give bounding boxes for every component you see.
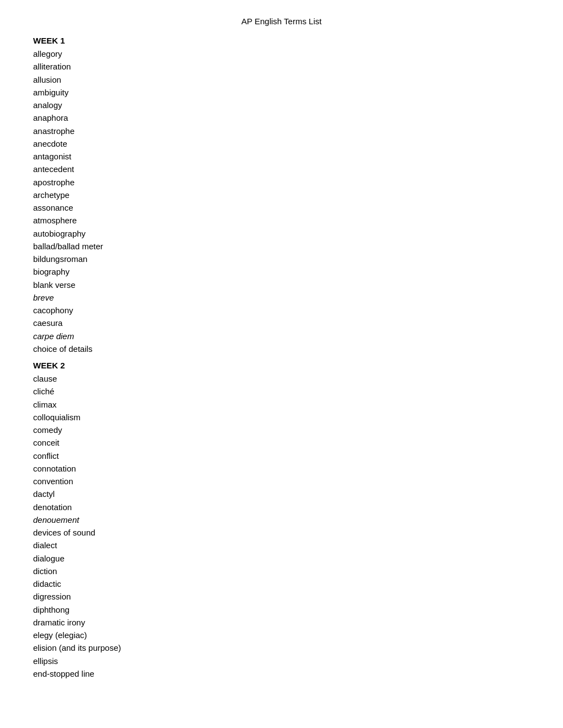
list-item: colloquialism xyxy=(33,411,530,424)
list-item: biography xyxy=(33,265,530,278)
list-item: elegy (elegiac) xyxy=(33,629,530,641)
list-item: allegory xyxy=(33,47,530,60)
list-item: choice of details xyxy=(33,342,530,355)
list-item: breve xyxy=(33,291,530,304)
list-item: antecedent xyxy=(33,163,530,175)
list-item: apostrophe xyxy=(33,176,530,189)
list-item: climax xyxy=(33,398,530,411)
list-item: caesura xyxy=(33,317,530,329)
list-item: blank verse xyxy=(33,279,530,291)
list-item: analogy xyxy=(33,99,530,111)
list-item: dramatic irony xyxy=(33,616,530,629)
list-item: cacophony xyxy=(33,304,530,317)
list-item: ellipsis xyxy=(33,655,530,667)
list-item: allusion xyxy=(33,73,530,86)
terms-content: WEEK 1allegoryalliterationallusionambigu… xyxy=(33,36,530,680)
list-item: elision (and its purpose) xyxy=(33,641,530,654)
list-item: digression xyxy=(33,590,530,603)
list-item: archetype xyxy=(33,189,530,201)
list-item: comedy xyxy=(33,424,530,436)
list-item: dialect xyxy=(33,539,530,552)
week-2-heading: WEEK 2 xyxy=(33,361,530,370)
list-item: anastrophe xyxy=(33,125,530,137)
list-item: dialogue xyxy=(33,552,530,565)
week-2: WEEK 2clauseclichéclimaxcolloquialismcom… xyxy=(33,361,530,680)
list-item: antagonist xyxy=(33,150,530,163)
list-item: convention xyxy=(33,475,530,488)
list-item: diphthong xyxy=(33,603,530,616)
week-1-heading: WEEK 1 xyxy=(33,36,530,45)
list-item: ambiguity xyxy=(33,86,530,99)
list-item: conflict xyxy=(33,449,530,462)
list-item: assonance xyxy=(33,201,530,214)
list-item: denouement xyxy=(33,513,530,526)
list-item: denotation xyxy=(33,501,530,513)
list-item: end-stopped line xyxy=(33,667,530,680)
list-item: didactic xyxy=(33,577,530,590)
list-item: bildungsroman xyxy=(33,253,530,265)
list-item: carpe diem xyxy=(33,330,530,342)
list-item: anecdote xyxy=(33,137,530,150)
list-item: cliché xyxy=(33,385,530,398)
page-title: AP English Terms List xyxy=(33,17,530,26)
list-item: ballad/ballad meter xyxy=(33,240,530,253)
list-item: devices of sound xyxy=(33,526,530,539)
week-1: WEEK 1allegoryalliterationallusionambigu… xyxy=(33,36,530,355)
list-item: clause xyxy=(33,372,530,385)
list-item: diction xyxy=(33,565,530,577)
list-item: dactyl xyxy=(33,488,530,500)
list-item: connotation xyxy=(33,462,530,475)
list-item: anaphora xyxy=(33,111,530,124)
list-item: conceit xyxy=(33,436,530,449)
list-item: autobiography xyxy=(33,227,530,240)
list-item: atmosphere xyxy=(33,214,530,227)
list-item: alliteration xyxy=(33,60,530,73)
